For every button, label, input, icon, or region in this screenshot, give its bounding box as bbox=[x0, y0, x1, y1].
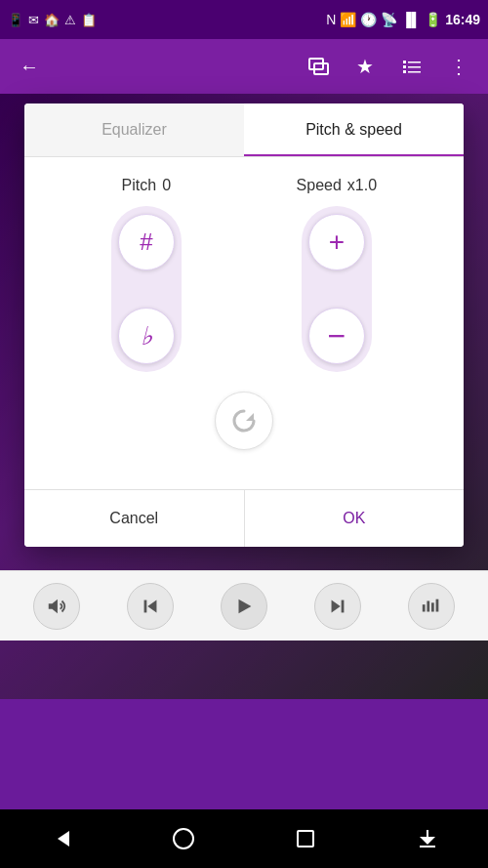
svg-rect-16 bbox=[427, 600, 429, 611]
tab-pitch-speed[interactable]: Pitch & speed bbox=[244, 103, 464, 156]
status-right-icons: N 📶 🕐 📡 ▐▌ 🔋 16:49 bbox=[326, 12, 480, 27]
status-left-icons: 📱 ✉ 🏠 ⚠ 📋 bbox=[8, 13, 97, 27]
toolbar: ← ★ ⋮ bbox=[0, 39, 488, 94]
reset-icon bbox=[228, 405, 260, 436]
battery-icon: 🔋 bbox=[425, 12, 441, 27]
svg-rect-7 bbox=[408, 71, 421, 73]
ok-button[interactable]: OK bbox=[245, 490, 465, 547]
controls-row: Pitch 0 # ♭ bbox=[54, 177, 434, 372]
status-icon-5: 📋 bbox=[81, 13, 97, 27]
svg-rect-14 bbox=[342, 599, 345, 612]
back-nav-button[interactable] bbox=[42, 819, 81, 858]
dialog-tabs: Equalizer Pitch & speed bbox=[24, 103, 464, 157]
dialog-actions: Cancel OK bbox=[24, 489, 464, 547]
svg-rect-24 bbox=[420, 846, 435, 847]
status-icon-3: 🏠 bbox=[44, 13, 60, 27]
speed-label: Speed bbox=[297, 177, 342, 194]
svg-marker-10 bbox=[147, 599, 156, 612]
status-icon-1: 📱 bbox=[8, 13, 23, 27]
pitch-slider-track: # ♭ bbox=[111, 206, 182, 372]
reset-button[interactable] bbox=[215, 392, 273, 450]
cancel-button[interactable]: Cancel bbox=[24, 490, 245, 547]
background-content: webcusp.com Equalizer Pitch & speed bbox=[0, 94, 488, 699]
svg-rect-15 bbox=[423, 604, 426, 611]
svg-rect-5 bbox=[408, 66, 421, 68]
svg-rect-4 bbox=[403, 65, 406, 68]
signal-icon: 📶 bbox=[340, 12, 356, 27]
svg-marker-19 bbox=[58, 831, 69, 847]
equalizer-button[interactable] bbox=[408, 583, 455, 630]
next-icon bbox=[327, 596, 348, 617]
more-icon[interactable]: ⋮ bbox=[445, 53, 472, 80]
svg-marker-22 bbox=[420, 837, 435, 845]
network-icon: ▐▌ bbox=[401, 12, 421, 27]
svg-rect-11 bbox=[144, 599, 147, 612]
star-icon[interactable]: ★ bbox=[351, 53, 379, 80]
speed-increase-button[interactable]: + bbox=[308, 214, 365, 270]
nfc-icon: N bbox=[326, 12, 336, 27]
download-nav-button[interactable] bbox=[408, 819, 447, 858]
volume-icon bbox=[46, 596, 67, 617]
toolbar-right-icons: ★ ⋮ bbox=[305, 53, 472, 80]
list-icon[interactable] bbox=[398, 53, 426, 80]
svg-rect-3 bbox=[408, 62, 421, 63]
svg-rect-23 bbox=[427, 830, 428, 838]
pitch-speed-dialog: Equalizer Pitch & speed Pitch 0 bbox=[24, 103, 464, 547]
speed-value: x1.0 bbox=[347, 177, 377, 194]
status-time: 16:49 bbox=[445, 12, 480, 27]
svg-rect-2 bbox=[403, 61, 406, 63]
svg-rect-21 bbox=[298, 831, 313, 847]
pitch-label: Pitch bbox=[122, 177, 157, 194]
screen-icon[interactable] bbox=[305, 53, 332, 80]
status-bar: 📱 ✉ 🏠 ⚠ 📋 N 📶 🕐 📡 ▐▌ 🔋 16:49 bbox=[0, 0, 488, 39]
status-icon-4: ⚠ bbox=[64, 13, 76, 27]
svg-rect-6 bbox=[403, 70, 406, 73]
prev-button[interactable] bbox=[127, 583, 174, 630]
recent-nav-icon bbox=[294, 827, 317, 850]
player-bar bbox=[0, 570, 488, 641]
svg-rect-17 bbox=[431, 602, 434, 611]
clock-icon: 🕐 bbox=[360, 12, 377, 27]
wifi-icon: 📡 bbox=[381, 12, 397, 27]
svg-rect-18 bbox=[436, 599, 439, 611]
recent-nav-button[interactable] bbox=[286, 819, 325, 858]
back-button[interactable]: ← bbox=[16, 53, 43, 80]
nav-bar bbox=[0, 809, 488, 868]
next-button[interactable] bbox=[314, 583, 361, 630]
play-button[interactable] bbox=[221, 583, 267, 630]
svg-marker-12 bbox=[239, 599, 252, 613]
reset-container bbox=[54, 392, 434, 450]
tab-equalizer[interactable]: Equalizer bbox=[24, 103, 244, 156]
speed-decrease-button[interactable]: − bbox=[308, 308, 365, 364]
pitch-increase-button[interactable]: # bbox=[118, 214, 175, 270]
back-nav-icon bbox=[50, 827, 73, 850]
eq-icon bbox=[421, 596, 442, 617]
status-icon-2: ✉ bbox=[28, 13, 39, 27]
dialog-content: Pitch 0 # ♭ bbox=[24, 157, 464, 489]
svg-point-20 bbox=[174, 829, 193, 848]
svg-marker-9 bbox=[49, 599, 58, 613]
download-nav-icon bbox=[416, 827, 439, 850]
svg-marker-13 bbox=[332, 599, 341, 612]
pitch-decrease-button[interactable]: ♭ bbox=[118, 308, 175, 364]
svg-marker-8 bbox=[246, 413, 254, 421]
home-nav-button[interactable] bbox=[164, 819, 203, 858]
volume-button[interactable] bbox=[33, 583, 80, 630]
pitch-value: 0 bbox=[162, 177, 171, 194]
speed-slider-track: + − bbox=[302, 206, 372, 372]
home-nav-icon bbox=[172, 827, 195, 850]
pitch-control-group: Pitch 0 # ♭ bbox=[111, 177, 182, 372]
prev-icon bbox=[140, 596, 161, 617]
play-icon bbox=[233, 596, 255, 617]
speed-control-group: Speed x1.0 + − bbox=[297, 177, 378, 372]
